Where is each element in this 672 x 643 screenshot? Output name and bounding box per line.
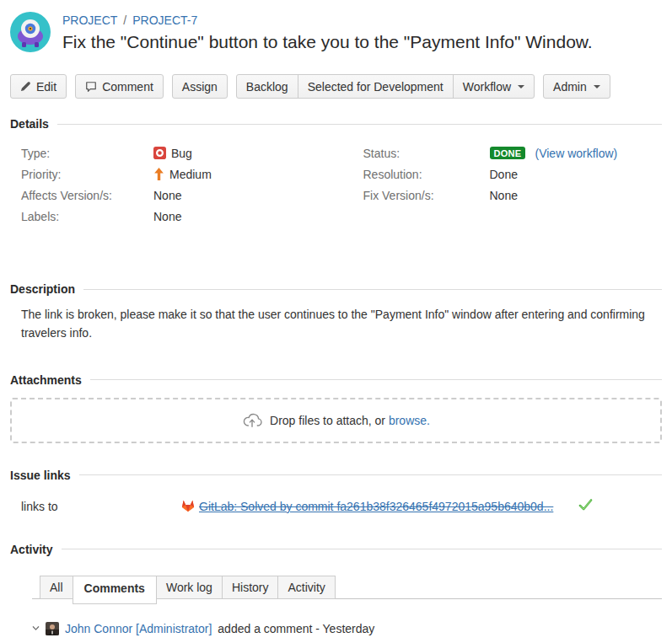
description-section: Description The link is broken, please m… bbox=[10, 282, 662, 343]
labels-label: Labels: bbox=[21, 210, 153, 223]
type-label: Type: bbox=[21, 147, 153, 160]
detail-row-affects-version: Affects Version/s: None bbox=[21, 185, 336, 206]
labels-value: None bbox=[153, 210, 181, 223]
issue-header: PROJECT / PROJECT-7 Fix the "Continue" b… bbox=[10, 0, 662, 52]
admin-dropdown-button[interactable]: Admin bbox=[543, 74, 610, 99]
status-value: DONE (View workflow) bbox=[490, 147, 618, 160]
issue-link-row: links to GitLab: Solved by commit fa261b… bbox=[10, 482, 662, 514]
edit-button-label: Edit bbox=[36, 80, 56, 94]
dropzone-text: Drop files to attach, or browse. bbox=[270, 414, 430, 427]
comment-button[interactable]: Comment bbox=[75, 74, 164, 99]
assign-button[interactable]: Assign bbox=[172, 74, 228, 99]
detail-row-fix-version: Fix Version/s: None bbox=[363, 185, 663, 206]
edit-button[interactable]: Edit bbox=[10, 74, 67, 99]
affects-version-value: None bbox=[153, 189, 181, 202]
toolbar: Edit Comment Assign Backlog Selected for… bbox=[10, 74, 662, 99]
affects-version-label: Affects Version/s: bbox=[21, 189, 153, 202]
type-value-text: Bug bbox=[171, 147, 192, 160]
activity-section: Activity All Comments Work log History A… bbox=[10, 543, 662, 643]
activity-heading-label: Activity bbox=[10, 543, 53, 556]
collapse-chevron-icon[interactable] bbox=[32, 624, 40, 632]
assign-button-label: Assign bbox=[182, 80, 218, 94]
fix-version-label: Fix Version/s: bbox=[363, 189, 490, 202]
gitlab-icon bbox=[181, 500, 195, 512]
link-status bbox=[578, 499, 593, 514]
breadcrumb-project-link[interactable]: PROJECT bbox=[62, 13, 117, 27]
breadcrumb: PROJECT / PROJECT-7 bbox=[62, 13, 593, 27]
tab-all[interactable]: All bbox=[40, 576, 73, 599]
detail-row-labels: Labels: None bbox=[21, 206, 336, 227]
backlog-button[interactable]: Backlog bbox=[236, 74, 298, 99]
workflow-button-label: Workflow bbox=[463, 80, 511, 94]
gitlab-commit-link[interactable]: GitLab: Solved by commit fa261b38f326465… bbox=[199, 500, 553, 513]
details-spacer bbox=[10, 227, 662, 276]
detail-row-type: Type: Bug bbox=[21, 142, 336, 163]
priority-medium-icon bbox=[153, 168, 164, 180]
fix-version-value: None bbox=[490, 189, 518, 202]
comment-item: John Connor [Administrator] added a comm… bbox=[32, 622, 662, 643]
user-avatar bbox=[46, 622, 59, 635]
heading-rule bbox=[90, 379, 662, 380]
header-text: PROJECT / PROJECT-7 Fix the "Continue" b… bbox=[62, 12, 593, 52]
attachments-heading: Attachments bbox=[10, 373, 662, 387]
description-heading: Description bbox=[10, 282, 662, 296]
backlog-button-label: Backlog bbox=[246, 80, 288, 94]
issue-links-heading: Issue links bbox=[10, 469, 662, 482]
chevron-down-icon bbox=[518, 85, 524, 88]
view-workflow-link[interactable]: (View workflow) bbox=[535, 147, 617, 160]
issue-links-heading-label: Issue links bbox=[10, 469, 71, 482]
issue-page: PROJECT / PROJECT-7 Fix the "Continue" b… bbox=[0, 0, 672, 643]
detail-row-priority: Priority: Medium bbox=[21, 163, 336, 185]
admin-button-label: Admin bbox=[553, 80, 587, 94]
monster-avatar-icon bbox=[10, 12, 51, 52]
details-grid: Type: Bug Priority: Medium Affects Versi… bbox=[10, 131, 662, 227]
breadcrumb-issue-link[interactable]: PROJECT-7 bbox=[132, 13, 197, 27]
selected-for-development-button[interactable]: Selected for Development bbox=[298, 74, 454, 99]
tab-activity[interactable]: Activity bbox=[277, 576, 335, 599]
attachments-heading-label: Attachments bbox=[10, 373, 82, 387]
status-badge: DONE bbox=[490, 147, 526, 159]
priority-label: Priority: bbox=[21, 168, 153, 181]
detail-row-resolution: Resolution: Done bbox=[363, 163, 663, 185]
issue-links-section: Issue links links to GitLab: Solved by c… bbox=[10, 469, 662, 514]
tab-work-log[interactable]: Work log bbox=[156, 576, 223, 599]
status-label: Status: bbox=[363, 147, 490, 160]
details-heading: Details bbox=[10, 117, 662, 131]
comment-header: John Connor [Administrator] added a comm… bbox=[32, 622, 662, 635]
resolution-value: Done bbox=[490, 168, 518, 181]
browse-link[interactable]: browse. bbox=[389, 414, 430, 427]
heading-rule bbox=[79, 474, 662, 475]
attachments-section: Attachments Drop files to attach, or bro… bbox=[10, 373, 662, 443]
details-left-column: Type: Bug Priority: Medium Affects Versi… bbox=[10, 142, 336, 227]
link-relation-label: links to bbox=[21, 500, 181, 513]
tab-history[interactable]: History bbox=[222, 576, 279, 599]
comment-bubble-icon bbox=[85, 81, 97, 93]
heading-rule bbox=[83, 289, 662, 290]
remote-link: GitLab: Solved by commit fa261b38f326465… bbox=[181, 500, 553, 513]
heading-rule bbox=[57, 124, 662, 125]
type-value: Bug bbox=[153, 147, 192, 160]
tab-comments[interactable]: Comments bbox=[73, 576, 157, 604]
priority-value-text: Medium bbox=[169, 168, 212, 181]
resolution-label: Resolution: bbox=[363, 168, 490, 181]
selected-for-development-label: Selected for Development bbox=[308, 80, 444, 94]
details-heading-label: Details bbox=[10, 117, 49, 131]
workflow-dropdown-button[interactable]: Workflow bbox=[453, 74, 535, 99]
heading-rule bbox=[62, 549, 662, 549]
description-heading-label: Description bbox=[10, 282, 75, 296]
cloud-upload-icon bbox=[242, 411, 262, 429]
detail-row-status: Status: DONE (View workflow) bbox=[363, 142, 663, 163]
comment-button-label: Comment bbox=[102, 80, 153, 94]
attachments-dropzone[interactable]: Drop files to attach, or browse. bbox=[10, 398, 662, 443]
priority-value: Medium bbox=[153, 168, 212, 181]
check-icon bbox=[578, 499, 593, 512]
comment-meta: added a comment - Yesterday bbox=[218, 622, 374, 635]
chevron-down-icon bbox=[594, 85, 600, 88]
bug-icon bbox=[153, 147, 166, 159]
workflow-button-group: Backlog Selected for Development Workflo… bbox=[236, 74, 535, 99]
activity-heading: Activity bbox=[10, 543, 662, 556]
pencil-icon bbox=[20, 81, 31, 92]
breadcrumb-separator: / bbox=[123, 13, 126, 27]
comment-author-link[interactable]: John Connor [Administrator] bbox=[65, 622, 212, 635]
project-avatar bbox=[10, 12, 51, 52]
